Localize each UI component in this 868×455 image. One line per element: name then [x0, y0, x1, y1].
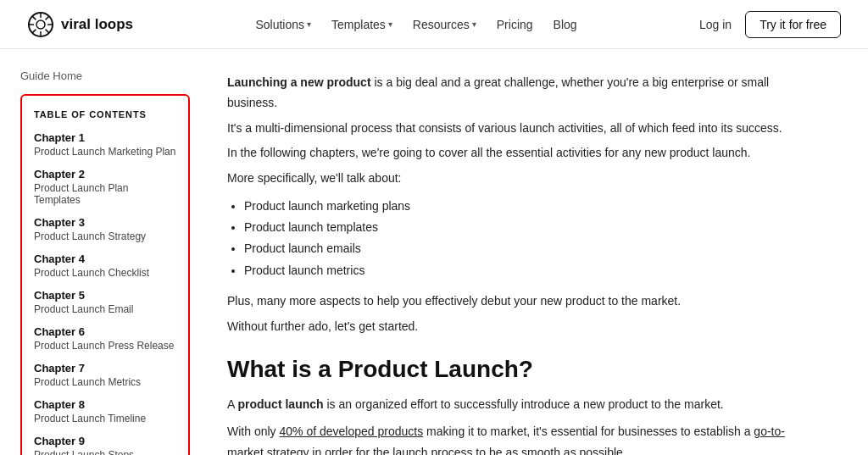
- svg-line-8: [46, 16, 49, 19]
- section1-p2-mid: making it to market, it's essential for …: [423, 424, 754, 438]
- nav-templates[interactable]: Templates ▾: [331, 18, 392, 31]
- toc-chapter-item[interactable]: Chapter 1Product Launch Marketing Plan: [34, 131, 176, 158]
- section1-p1-rest: is an organized effort to successfully i…: [324, 397, 724, 411]
- toc-chapter-sub: Product Launch Timeline: [34, 413, 176, 424]
- section1-p1: A product launch is an organized effort …: [227, 394, 804, 415]
- section1-p2: With only 40% of developed products maki…: [227, 421, 804, 455]
- toc-chapter-label: Chapter 7: [34, 362, 176, 375]
- toc-chapter-sub: Product Launch Marketing Plan: [34, 146, 176, 158]
- try-free-button[interactable]: Try it for free: [745, 11, 841, 38]
- intro-p4: More specifically, we'll talk about:: [227, 169, 804, 189]
- toc-title: TABLE OF CONTENTS: [34, 109, 176, 119]
- section1-bold: product launch: [237, 397, 323, 411]
- nav-center: Solutions ▾ Templates ▾ Resources ▾ Pric…: [255, 18, 576, 31]
- bullet-item: Product launch emails: [244, 238, 804, 259]
- nav-blog[interactable]: Blog: [554, 18, 577, 31]
- toc-chapter-sub: Product Launch Metrics: [34, 376, 176, 388]
- toc-chapter-sub: Product Launch Checklist: [34, 267, 176, 279]
- section1-heading: What is a Product Launch?: [227, 355, 804, 384]
- section1-p2-rest: in order for the launch process to be as…: [309, 446, 626, 455]
- toc-box: TABLE OF CONTENTS Chapter 1Product Launc…: [20, 94, 190, 455]
- sidebar: Guide Home TABLE OF CONTENTS Chapter 1Pr…: [0, 49, 203, 455]
- toc-chapter-item[interactable]: Chapter 3Product Launch Strategy: [34, 216, 176, 242]
- toc-chapter-item[interactable]: Chapter 4Product Launch Checklist: [34, 252, 176, 279]
- nav-resources[interactable]: Resources ▾: [413, 18, 476, 31]
- navbar: viral loops Solutions ▾ Templates ▾ Reso…: [0, 0, 868, 49]
- section1-p1-pre: A: [227, 397, 237, 411]
- toc-chapter-item[interactable]: Chapter 8Product Launch Timeline: [34, 398, 176, 424]
- login-button[interactable]: Log in: [699, 18, 732, 31]
- toc-chapter-sub: Product Launch Plan Templates: [34, 182, 176, 206]
- nav-right: Log in Try it for free: [699, 11, 841, 38]
- section1-link1[interactable]: 40% of developed products: [279, 424, 423, 438]
- svg-line-7: [46, 29, 49, 32]
- toc-chapter-label: Chapter 4: [34, 252, 176, 265]
- intro-p5: Plus, many more aspects to help you effe…: [227, 291, 804, 312]
- toc-chapter-label: Chapter 3: [34, 216, 176, 229]
- toc-chapter-item[interactable]: Chapter 6Product Launch Press Release: [34, 325, 176, 352]
- bullet-item: Product launch marketing plans: [244, 196, 804, 217]
- nav-solutions[interactable]: Solutions ▾: [255, 18, 311, 31]
- toc-chapter-sub: Product Launch Press Release: [34, 340, 176, 352]
- toc-chapter-item[interactable]: Chapter 7Product Launch Metrics: [34, 362, 176, 388]
- main-content: Launching a new product is a big deal an…: [203, 49, 831, 455]
- toc-chapters: Chapter 1Product Launch Marketing PlanCh…: [34, 131, 176, 455]
- intro-bold: Launching a new product: [227, 75, 371, 89]
- toc-chapter-label: Chapter 2: [34, 168, 176, 180]
- intro-bullets: Product launch marketing plansProduct la…: [244, 196, 804, 281]
- nav-pricing[interactable]: Pricing: [497, 18, 533, 31]
- bullet-item: Product launch metrics: [244, 260, 804, 281]
- svg-line-6: [32, 16, 36, 19]
- bullet-item: Product launch templates: [244, 217, 804, 238]
- toc-chapter-label: Chapter 8: [34, 398, 176, 411]
- guide-home-link[interactable]: Guide Home: [20, 69, 190, 82]
- logo-text: viral loops: [61, 16, 133, 33]
- toc-chapter-label: Chapter 5: [34, 289, 176, 302]
- logo-icon: [27, 11, 54, 38]
- page-layout: Guide Home TABLE OF CONTENTS Chapter 1Pr…: [0, 49, 868, 455]
- intro-p1: Launching a new product is a big deal an…: [227, 73, 804, 114]
- toc-chapter-sub: Product Launch Email: [34, 303, 176, 315]
- toc-chapter-label: Chapter 9: [34, 435, 176, 447]
- toc-chapter-label: Chapter 1: [34, 131, 176, 144]
- logo-area: viral loops: [27, 11, 133, 38]
- intro-p2: It's a multi-dimensional process that co…: [227, 119, 804, 139]
- intro-p3: In the following chapters, we're going t…: [227, 143, 804, 164]
- toc-chapter-sub: Product Launch Strategy: [34, 230, 176, 242]
- chevron-down-icon: ▾: [472, 19, 476, 29]
- chevron-down-icon: ▾: [307, 19, 311, 29]
- toc-chapter-sub: Product Launch Steps: [34, 449, 176, 455]
- section1-p2-pre: With only: [227, 424, 279, 438]
- chevron-down-icon: ▾: [388, 19, 392, 29]
- svg-point-1: [36, 20, 45, 29]
- toc-chapter-item[interactable]: Chapter 2Product Launch Plan Templates: [34, 168, 176, 206]
- toc-chapter-item[interactable]: Chapter 9Product Launch Steps: [34, 435, 176, 455]
- svg-line-9: [32, 29, 36, 32]
- toc-chapter-item[interactable]: Chapter 5Product Launch Email: [34, 289, 176, 315]
- intro-p6: Without further ado, let's get started.: [227, 317, 804, 337]
- toc-chapter-label: Chapter 6: [34, 325, 176, 338]
